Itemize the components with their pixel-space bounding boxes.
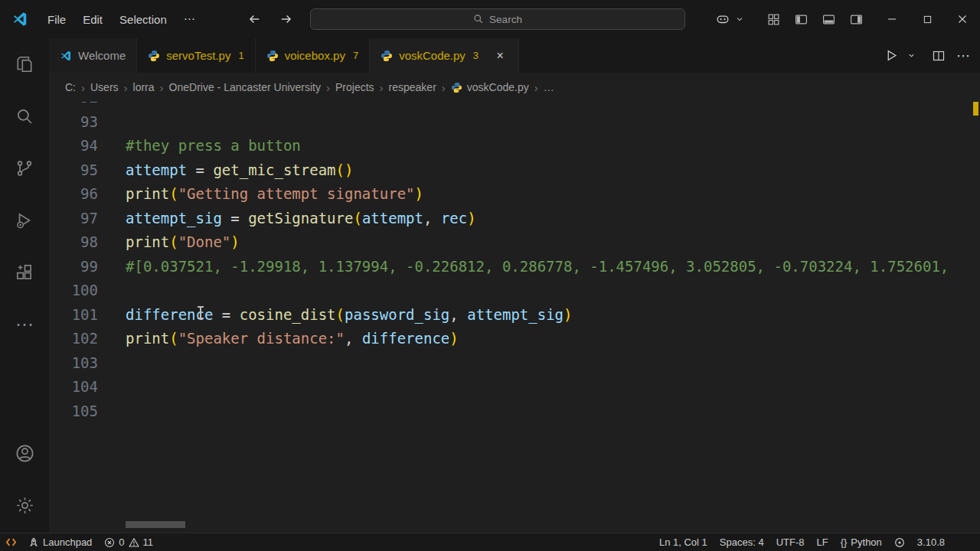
error-icon [104, 537, 115, 548]
cursor-position-status[interactable]: Ln 1, Col 1 [653, 533, 714, 551]
settings-gear-icon[interactable] [6, 487, 43, 523]
launchpad-label: Launchpad [43, 536, 92, 548]
line-content: #[0.037521, -1.29918, 1.137994, -0.22681… [98, 255, 949, 279]
minimize-button[interactable] [874, 0, 910, 38]
more-views-icon[interactable]: ⋯ [6, 306, 43, 343]
problems-status[interactable]: 0 11 [98, 533, 159, 551]
line-number: 99 [49, 255, 98, 279]
code-editor[interactable]: 929394#they press a button95attempt = ge… [49, 102, 980, 533]
line-content [98, 102, 126, 110]
window-controls [874, 0, 980, 38]
split-editor-icon[interactable] [928, 45, 949, 67]
line-number: 102 [49, 327, 98, 351]
horizontal-scrollbar[interactable] [126, 521, 185, 528]
text-cursor-pointer [196, 305, 205, 321]
breadcrumb-item[interactable]: Users [90, 81, 119, 93]
editor-group: Welcome servoTest.py 1 voicebox.py 7 [49, 38, 980, 533]
tab-problems-badge: 3 [473, 50, 479, 61]
breadcrumb-item[interactable]: lorra [133, 81, 155, 93]
indentation-status[interactable]: Spaces: 4 [714, 533, 770, 551]
extensions-icon[interactable] [6, 254, 43, 291]
toggle-sidebar-icon[interactable] [790, 8, 812, 30]
code-line-104[interactable]: 104 [49, 375, 980, 399]
toggle-panel-icon[interactable] [818, 8, 839, 30]
chevron-down-icon[interactable] [733, 8, 746, 30]
tab-label: servoTest.py [166, 49, 230, 62]
python-icon [266, 50, 279, 62]
line-number: 93 [49, 110, 98, 135]
python-icon [381, 50, 393, 62]
breadcrumb-file[interactable]: voskCode.py [451, 81, 529, 93]
language-mode-status[interactable]: {} Python [835, 533, 888, 551]
search-sidebar-icon[interactable] [6, 98, 43, 135]
code-line-103[interactable]: 103 [49, 351, 980, 376]
status-bar-right: Ln 1, Col 1 Spaces: 4 UTF-8 LF {} Python… [653, 533, 980, 551]
source-control-icon[interactable] [6, 150, 43, 187]
code-line-94[interactable]: 94#they press a button [49, 134, 980, 158]
account-icon[interactable] [6, 435, 43, 471]
chevron-right-icon: › [157, 81, 167, 94]
code-lines: 929394#they press a button95attempt = ge… [49, 102, 980, 423]
maximize-button[interactable] [910, 0, 945, 38]
titlebar-right [712, 0, 980, 38]
tab-label: voicebox.py [285, 49, 345, 62]
tab-voicebox[interactable]: voicebox.py 7 [256, 38, 370, 73]
code-line-95[interactable]: 95attempt = get_mic_stream() [49, 158, 980, 183]
activity-bar: ⋯ [0, 38, 49, 533]
menu-more[interactable]: ⋯ [175, 8, 204, 30]
code-line-93[interactable]: 93 [49, 110, 980, 135]
nav-arrows [243, 8, 297, 30]
tab-servotest[interactable]: servoTest.py 1 [137, 38, 255, 73]
breadcrumb-symbol-ellipsis[interactable]: … [544, 81, 554, 93]
breadcrumb-item[interactable]: respeaker [389, 81, 436, 93]
chevron-right-icon: › [439, 81, 449, 94]
status-circle-icon[interactable] [888, 533, 911, 551]
tab-voskcode[interactable]: voskCode.py 3 × [370, 38, 519, 73]
line-number: 94 [49, 134, 98, 158]
breadcrumb-item[interactable]: Projects [335, 81, 374, 93]
editor-actions: ⋯ [880, 38, 974, 73]
line-number: 97 [49, 207, 98, 231]
menu-selection[interactable]: Selection [111, 9, 175, 30]
launchpad-status[interactable]: Launchpad [22, 533, 98, 551]
remote-indicator[interactable] [0, 533, 22, 551]
code-line-99[interactable]: 99#[0.037521, -1.29918, 1.137994, -0.226… [49, 255, 980, 279]
menu-edit[interactable]: Edit [74, 9, 111, 30]
code-line-100[interactable]: 100 [49, 279, 980, 303]
line-number: 95 [49, 158, 98, 183]
breadcrumb-item[interactable]: C: [65, 81, 76, 93]
line-content: attempt_sig = getSignature(attempt, rec) [98, 207, 476, 231]
line-content [98, 351, 126, 376]
customize-layout-icon[interactable] [763, 8, 784, 30]
code-line-98[interactable]: 98print("Done") [49, 230, 980, 255]
layout-controls [763, 8, 867, 30]
encoding-status[interactable]: UTF-8 [770, 533, 811, 551]
close-button[interactable] [945, 0, 980, 38]
run-python-file-icon[interactable] [880, 45, 902, 67]
code-line-101[interactable]: 101difference = cosine_dist(password_sig… [49, 303, 980, 328]
menu-file[interactable]: File [39, 9, 74, 30]
code-line-92[interactable]: 92 [49, 102, 980, 110]
code-line-97[interactable]: 97attempt_sig = getSignature(attempt, re… [49, 207, 980, 231]
explorer-icon[interactable] [6, 46, 43, 83]
search-input[interactable]: Search [310, 8, 685, 30]
run-dropdown-chevron-icon[interactable] [905, 45, 917, 67]
line-content [98, 399, 126, 424]
close-tab-icon[interactable]: × [492, 48, 508, 64]
toggle-secondary-sidebar-icon[interactable] [845, 8, 867, 30]
back-arrow-icon[interactable] [243, 8, 265, 30]
copilot-icon[interactable] [712, 8, 733, 30]
line-number: 103 [49, 351, 98, 376]
eol-status[interactable]: LF [811, 533, 835, 551]
breadcrumb-item[interactable]: OneDrive - Lancaster University [169, 81, 321, 93]
code-line-102[interactable]: 102print("Speaker distance:", difference… [49, 327, 980, 351]
code-line-105[interactable]: 105 [49, 399, 980, 424]
search-icon [473, 14, 484, 24]
language-label: Python [851, 536, 881, 548]
tab-welcome[interactable]: Welcome [49, 38, 137, 73]
run-debug-icon[interactable] [6, 202, 43, 239]
code-line-96[interactable]: 96print("Getting attempt signature") [49, 182, 980, 207]
python-interpreter-status[interactable]: 3.10.8 [911, 533, 951, 551]
more-actions-icon[interactable]: ⋯ [952, 45, 974, 67]
forward-arrow-icon[interactable] [276, 8, 297, 30]
